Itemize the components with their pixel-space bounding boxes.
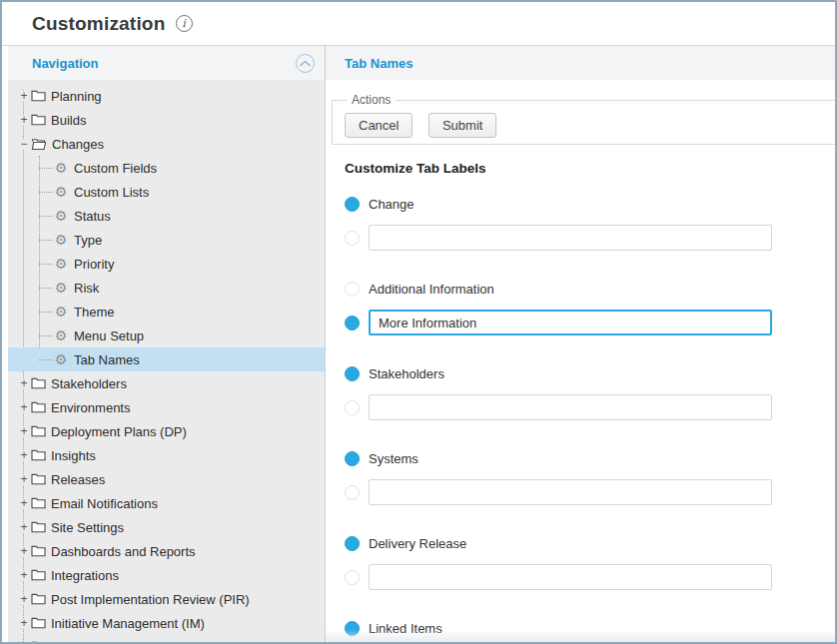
default-label-radio[interactable] bbox=[345, 621, 360, 636]
custom-label-row bbox=[345, 479, 835, 505]
expand-plus-icon[interactable]: + bbox=[18, 498, 30, 509]
title-bar: Customization i bbox=[2, 2, 835, 46]
tree-item-label: Risk bbox=[74, 281, 99, 296]
expand-plus-icon[interactable]: + bbox=[18, 402, 30, 413]
gear-icon: ⚙ bbox=[53, 161, 69, 175]
expand-plus-icon[interactable]: + bbox=[18, 522, 30, 533]
default-label-row: Linked Items bbox=[345, 616, 835, 640]
tree-item-integrations[interactable]: +Integrations bbox=[8, 563, 325, 587]
tree-item-label: Site Settings bbox=[51, 520, 124, 535]
tree-item-releases[interactable]: +Releases bbox=[8, 467, 325, 491]
tree-item-label: Integrations bbox=[51, 568, 119, 583]
default-label-row: Systems bbox=[345, 446, 835, 470]
default-label-radio[interactable] bbox=[345, 282, 360, 297]
tree-item-priority[interactable]: ⚙Priority bbox=[8, 252, 325, 276]
info-icon[interactable]: i bbox=[176, 15, 193, 32]
tree-item-stakeholders[interactable]: +Stakeholders bbox=[8, 371, 325, 395]
gear-icon: ⚙ bbox=[53, 185, 69, 199]
gear-icon: ⚙ bbox=[53, 352, 69, 366]
custom-label-row bbox=[345, 394, 835, 420]
expand-plus-icon[interactable]: + bbox=[18, 618, 30, 629]
tree-item-label: Post Implementation Review (PIR) bbox=[51, 592, 250, 607]
expand-plus-icon[interactable]: + bbox=[18, 426, 30, 437]
folder-icon bbox=[31, 449, 46, 461]
tree-item-label: Initiative Management (IM) bbox=[51, 616, 205, 631]
folder-icon bbox=[31, 641, 46, 642]
tree-item-post-implementation-review-pir[interactable]: +Post Implementation Review (PIR) bbox=[8, 587, 325, 611]
custom-label-input[interactable] bbox=[369, 310, 772, 335]
tree-item-label: Changes bbox=[52, 137, 104, 152]
page-title: Customization bbox=[32, 13, 166, 35]
custom-label-radio[interactable] bbox=[345, 570, 360, 585]
tree-item-status[interactable]: ⚙Status bbox=[8, 204, 325, 228]
navigation-panel-header: Navigation bbox=[8, 46, 325, 80]
default-label-radio[interactable] bbox=[345, 197, 360, 212]
tree-item-label: Priority bbox=[74, 257, 114, 272]
default-label-radio[interactable] bbox=[345, 536, 360, 551]
submit-button[interactable]: Submit bbox=[428, 113, 496, 138]
custom-label-radio[interactable] bbox=[345, 231, 360, 246]
folder-icon bbox=[31, 593, 46, 605]
folder-icon bbox=[31, 617, 46, 629]
tree-item-label: Stakeholders bbox=[51, 376, 127, 391]
expand-plus-icon[interactable]: + bbox=[18, 642, 30, 643]
tree-item-risk[interactable]: ⚙Risk bbox=[8, 276, 325, 300]
tree-item-menu-setup[interactable]: ⚙Menu Setup bbox=[8, 323, 325, 347]
tree-item-theme[interactable]: ⚙Theme bbox=[8, 300, 325, 323]
tree-item-environments[interactable]: +Environments bbox=[8, 395, 325, 419]
expand-plus-icon[interactable]: + bbox=[18, 450, 30, 461]
expand-plus-icon[interactable]: + bbox=[18, 546, 30, 557]
expand-plus-icon[interactable]: + bbox=[18, 474, 30, 485]
folder-icon bbox=[31, 497, 46, 509]
tab-group-delivery-release: Delivery Release bbox=[345, 531, 835, 590]
expand-plus-icon[interactable]: + bbox=[18, 570, 30, 581]
expand-plus-icon[interactable]: + bbox=[18, 594, 30, 605]
custom-label-input[interactable] bbox=[369, 225, 772, 251]
tree-item-builds[interactable]: +Builds bbox=[8, 108, 325, 132]
tab-label-groups: ChangeAdditional InformationStakeholders… bbox=[345, 192, 835, 640]
custom-label-input[interactable] bbox=[369, 479, 772, 505]
tree-item-label: Menu Setup bbox=[74, 328, 144, 343]
tree-item-type[interactable]: ⚙Type bbox=[8, 228, 325, 252]
expand-plus-icon[interactable]: + bbox=[18, 91, 30, 102]
custom-label-radio[interactable] bbox=[345, 485, 360, 500]
tree-item-changes[interactable]: −Changes bbox=[8, 132, 325, 156]
default-label-radio[interactable] bbox=[345, 451, 360, 466]
tree-item-custom-fields[interactable]: ⚙Custom Fields bbox=[8, 156, 325, 180]
tab-group-linked-items: Linked Items bbox=[345, 616, 835, 640]
custom-label-input[interactable] bbox=[369, 564, 772, 590]
custom-label-radio[interactable] bbox=[345, 316, 360, 330]
tree-item-label: Type bbox=[74, 233, 102, 248]
custom-label-input[interactable] bbox=[369, 394, 772, 420]
expand-plus-icon[interactable]: + bbox=[18, 115, 30, 126]
page-body: Navigation +Planning+Builds−Changes⚙Cust… bbox=[2, 46, 835, 642]
custom-label-row bbox=[345, 225, 835, 251]
tab-names-panel: Tab Names Actions Cancel Submit Customiz… bbox=[326, 46, 835, 642]
tree-item-site-settings[interactable]: +Site Settings bbox=[8, 515, 325, 539]
default-label-row: Additional Information bbox=[345, 277, 835, 301]
navigation-tree: +Planning+Builds−Changes⚙Custom Fields⚙C… bbox=[8, 80, 325, 642]
tree-item-label: Theme bbox=[74, 305, 114, 320]
custom-label-row bbox=[345, 310, 835, 335]
cancel-button[interactable]: Cancel bbox=[345, 113, 413, 138]
tree-item-system-scripts[interactable]: +System Scripts bbox=[8, 635, 325, 642]
tree-item-tab-names[interactable]: ⚙Tab Names bbox=[8, 347, 325, 371]
expand-plus-icon[interactable]: + bbox=[18, 378, 30, 389]
tree-item-custom-lists[interactable]: ⚙Custom Lists bbox=[8, 180, 325, 204]
navigation-panel: Navigation +Planning+Builds−Changes⚙Cust… bbox=[8, 46, 326, 642]
tree-item-email-notifications[interactable]: +Email Notifications bbox=[8, 491, 325, 515]
collapse-minus-icon[interactable]: − bbox=[18, 139, 30, 150]
tree-item-planning[interactable]: +Planning bbox=[8, 84, 325, 108]
tab-group-change: Change bbox=[345, 192, 835, 251]
form-heading: Customize Tab Labels bbox=[345, 159, 835, 179]
folder-icon bbox=[31, 401, 46, 413]
tree-item-deployment-plans-dp[interactable]: +Deployment Plans (DP) bbox=[8, 419, 325, 443]
chevron-up-circle-icon[interactable] bbox=[296, 54, 315, 73]
tree-item-insights[interactable]: +Insights bbox=[8, 443, 325, 467]
folder-icon bbox=[31, 425, 46, 437]
tree-item-dashboards-and-reports[interactable]: +Dashboards and Reports bbox=[8, 539, 325, 563]
custom-label-radio[interactable] bbox=[345, 400, 360, 415]
actions-legend: Actions bbox=[347, 93, 396, 107]
default-label-radio[interactable] bbox=[345, 366, 360, 381]
tree-item-initiative-management-im[interactable]: +Initiative Management (IM) bbox=[8, 611, 325, 635]
